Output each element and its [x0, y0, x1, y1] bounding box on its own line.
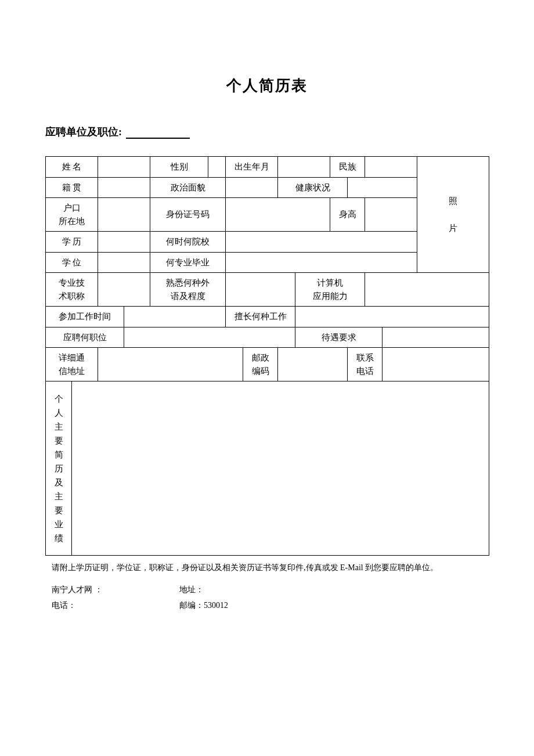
field-edu[interactable] [98, 232, 150, 253]
field-majorgrad[interactable] [226, 252, 417, 273]
photo-cell[interactable]: 照 片 [417, 157, 489, 273]
footer-site: 南宁人才网 ： [52, 582, 179, 598]
label-worktime: 参加工作时间 [46, 307, 124, 327]
field-origin[interactable] [98, 177, 150, 198]
field-degree[interactable] [98, 252, 150, 273]
field-birth[interactable] [278, 157, 330, 178]
field-goodat[interactable] [295, 307, 489, 327]
label-bio: 个人主要简历及主要业绩 [46, 381, 72, 556]
subtitle-label: 应聘单位及职位: [45, 126, 122, 138]
footer-columns: 南宁人才网 ： 电话： 地址： 邮编：530012 [52, 582, 482, 613]
field-salary[interactable] [383, 327, 489, 348]
field-name[interactable] [98, 157, 150, 178]
subtitle-underline[interactable] [126, 128, 190, 139]
field-addr[interactable] [98, 348, 243, 381]
field-schoolwhen[interactable] [226, 232, 417, 253]
label-gender: 性别 [150, 157, 208, 178]
resume-table: 姓 名 性别 出生年月 民族 照 片 籍 贯 政治面貌 健康状况 [45, 156, 489, 556]
label-addr: 详细通信地址 [46, 348, 98, 381]
label-computer: 计算机应用能力 [295, 273, 365, 307]
label-salary: 待遇要求 [295, 327, 383, 348]
photo-label-1: 照 [420, 194, 486, 208]
field-bio[interactable] [72, 381, 489, 556]
label-techtitle: 专业技术职称 [46, 273, 98, 307]
field-hukou[interactable] [98, 198, 150, 232]
field-applypos[interactable] [124, 327, 295, 348]
label-height: 身高 [330, 198, 365, 232]
field-techtitle[interactable] [98, 273, 150, 307]
label-majorgrad: 何专业毕业 [150, 252, 226, 273]
page-title: 个人简历表 [45, 75, 489, 96]
field-worktime[interactable] [124, 307, 226, 327]
footer-zip: 邮编：530012 [179, 598, 482, 614]
field-postcode[interactable] [278, 348, 348, 381]
field-health[interactable] [348, 177, 417, 198]
subtitle-row: 应聘单位及职位: [45, 125, 489, 139]
label-phone: 联系电话 [348, 348, 383, 381]
label-schoolwhen: 何时何院校 [150, 232, 226, 253]
label-name: 姓 名 [46, 157, 98, 178]
photo-label-2: 片 [420, 221, 486, 235]
label-degree: 学 位 [46, 252, 98, 273]
footer-addr: 地址： [179, 582, 482, 598]
label-birth: 出生年月 [226, 157, 278, 178]
field-idnum[interactable] [226, 198, 330, 232]
label-edu: 学 历 [46, 232, 98, 253]
label-health: 健康状况 [278, 177, 348, 198]
label-postcode: 邮政编码 [243, 348, 278, 381]
label-lang: 熟悉何种外语及程度 [150, 273, 226, 307]
field-politics[interactable] [226, 177, 278, 198]
label-goodat: 擅长何种工作 [226, 307, 295, 327]
label-origin: 籍 贯 [46, 177, 98, 198]
footer-tel: 电话： [52, 598, 179, 614]
field-phone[interactable] [383, 348, 489, 381]
label-applypos: 应聘何职位 [46, 327, 124, 348]
label-idnum: 身份证号码 [150, 198, 226, 232]
field-height[interactable] [365, 198, 417, 232]
field-ethnic[interactable] [365, 157, 417, 178]
field-computer[interactable] [365, 273, 489, 307]
footer-note: 请附上学历证明，学位证，职称证，身份证以及相关资历证书等复印件,传真或发 E-M… [52, 561, 482, 574]
label-hukou: 户口所在地 [46, 198, 98, 232]
label-politics: 政治面貌 [150, 177, 226, 198]
label-ethnic: 民族 [330, 157, 365, 178]
field-gender[interactable] [208, 157, 226, 178]
field-lang[interactable] [226, 273, 295, 307]
